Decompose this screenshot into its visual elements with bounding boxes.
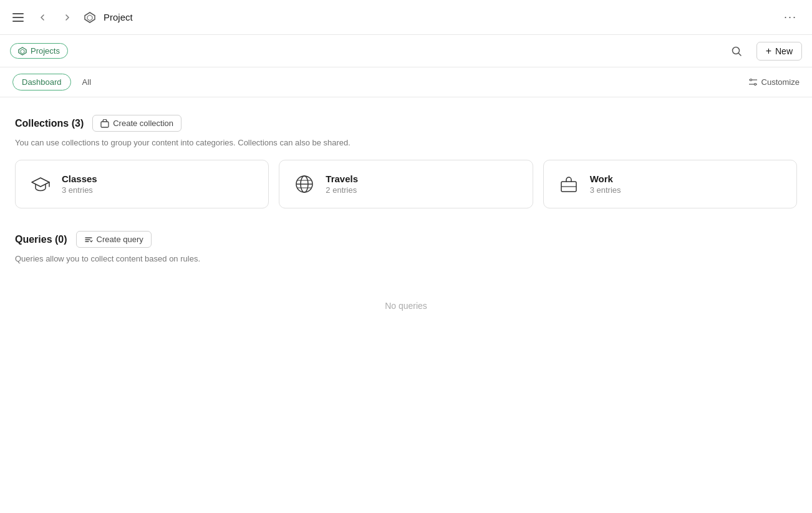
tab-bar-left: Projects	[10, 43, 68, 59]
plus-icon: +	[766, 46, 771, 56]
svg-point-4	[732, 47, 739, 54]
briefcase-icon	[556, 172, 581, 197]
travels-entries: 2 entries	[326, 185, 358, 195]
main-content: Collections (3) Create collection You ca…	[0, 97, 812, 328]
svg-point-7	[754, 84, 756, 86]
new-button[interactable]: + New	[756, 42, 802, 61]
project-title: Project	[104, 12, 133, 22]
collection-card-classes[interactable]: Classes 3 entries	[15, 160, 269, 208]
queries-header: Queries (0) Create query	[15, 231, 797, 248]
create-collection-button[interactable]: Create collection	[92, 115, 181, 132]
svg-line-5	[738, 53, 741, 56]
queries-description: Queries allow you to collect content bas…	[15, 254, 797, 263]
top-bar: Project ···	[0, 0, 812, 35]
globe-icon	[292, 172, 317, 197]
svg-marker-1	[87, 15, 92, 21]
tab-bar: Projects + New	[0, 35, 812, 67]
work-info: Work 3 entries	[590, 173, 621, 195]
forward-button[interactable]	[59, 9, 76, 26]
collections-header: Collections (3) Create collection	[15, 115, 797, 132]
create-query-label: Create query	[97, 235, 143, 244]
queries-title: Queries (0)	[15, 234, 67, 245]
svg-marker-0	[85, 12, 95, 22]
search-button[interactable]	[727, 41, 747, 61]
classes-name: Classes	[62, 173, 97, 184]
create-collection-label: Create collection	[113, 119, 173, 128]
projects-label: Projects	[31, 46, 60, 56]
new-label: New	[775, 46, 793, 56]
filter-bar: Dashboard All Customize	[0, 67, 812, 97]
svg-marker-3	[21, 49, 24, 54]
customize-label: Customize	[761, 77, 800, 87]
customize-button[interactable]: Customize	[748, 77, 800, 87]
graduation-cap-icon	[28, 172, 53, 197]
back-button[interactable]	[34, 9, 51, 26]
svg-rect-12	[101, 122, 109, 127]
tab-dashboard[interactable]: Dashboard	[12, 74, 71, 90]
work-name: Work	[590, 173, 621, 184]
filter-tabs: Dashboard All	[12, 74, 100, 90]
classes-info: Classes 3 entries	[62, 173, 97, 195]
menu-icon[interactable]	[10, 11, 26, 24]
project-icon	[84, 11, 96, 24]
top-bar-left: Project	[10, 9, 133, 26]
work-entries: 3 entries	[590, 185, 621, 195]
no-queries-label: No queries	[15, 301, 797, 311]
svg-marker-13	[32, 178, 49, 187]
collections-title: Collections (3)	[15, 118, 84, 129]
collections-description: You can use collections to group your co…	[15, 138, 797, 147]
collection-card-travels[interactable]: Travels 2 entries	[279, 160, 533, 208]
travels-name: Travels	[326, 173, 358, 184]
collections-grid: Classes 3 entries Travels 2 entries	[15, 160, 797, 208]
tab-bar-right: + New	[727, 41, 802, 61]
create-query-button[interactable]: Create query	[76, 231, 152, 248]
more-options-icon[interactable]: ···	[779, 8, 802, 26]
queries-section: Queries (0) Create query Queries allow y…	[15, 231, 797, 311]
svg-point-6	[750, 79, 752, 81]
travels-info: Travels 2 entries	[326, 173, 358, 195]
projects-badge-icon	[18, 47, 27, 56]
projects-badge[interactable]: Projects	[10, 43, 68, 59]
collection-card-work[interactable]: Work 3 entries	[543, 160, 797, 208]
tab-all[interactable]: All	[74, 74, 100, 90]
classes-entries: 3 entries	[62, 185, 97, 195]
top-bar-right: ···	[779, 8, 802, 26]
